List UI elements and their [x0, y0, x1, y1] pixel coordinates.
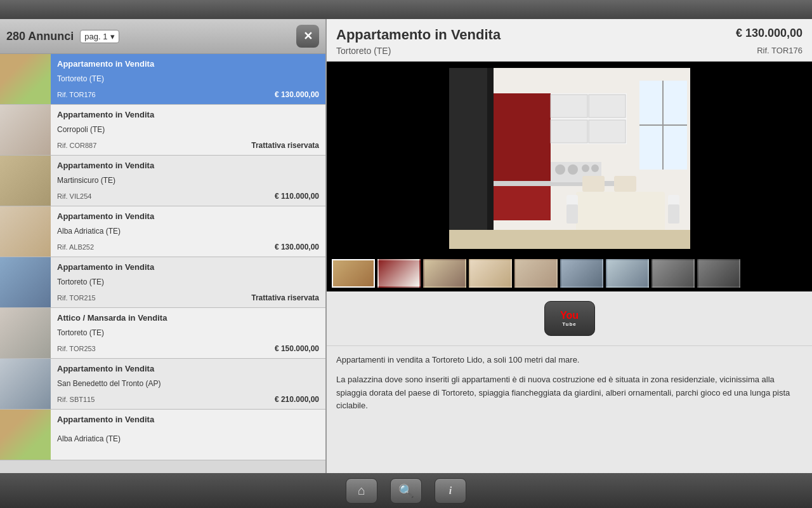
svg-rect-19 — [576, 192, 665, 236]
svg-point-13 — [568, 164, 578, 175]
listing-item[interactable]: Appartamento in Vendita Alba Adriatica (… — [0, 206, 325, 257]
listing-thumbnail — [0, 105, 51, 155]
close-button[interactable]: ✕ — [296, 25, 319, 48]
listing-bottom: Rif. TOR253 € 150.000,00 — [57, 344, 319, 353]
left-header: 280 Annunci pag. 1 ▾ ✕ — [0, 19, 325, 54]
listing-price: € 150.000,00 — [275, 344, 319, 353]
listing-info: Appartamento in Vendita Corropoli (TE) R… — [51, 105, 325, 155]
listing-location: Tortoreto (TE) — [57, 328, 319, 337]
listing-thumbnail — [0, 156, 51, 206]
listing-thumbnail — [0, 206, 51, 257]
listing-title: Appartamento in Vendita — [57, 364, 319, 373]
svg-rect-8 — [551, 120, 587, 143]
home-button[interactable]: ⌂ — [346, 478, 377, 504]
annunci-count: 280 Annunci — [6, 30, 74, 43]
gallery-thumb[interactable] — [606, 259, 649, 288]
listing-title: Appartamento in Vendita — [57, 59, 319, 69]
svg-rect-4 — [494, 182, 551, 220]
detail-subtitle-row: Tortoreto (TE) Rif. TOR176 — [336, 46, 802, 56]
listing-thumbnail — [0, 359, 51, 409]
listing-info: Appartamento in Vendita Alba Adriatica (… — [51, 410, 325, 460]
svg-point-15 — [591, 164, 599, 172]
youtube-icon: You Tube — [560, 310, 579, 327]
listing-title: Attico / Mansarda in Vendita — [57, 313, 319, 323]
page-selector[interactable]: pag. 1 ▾ — [80, 30, 119, 43]
gallery-thumb[interactable] — [377, 259, 421, 288]
listing-item[interactable]: Appartamento in Vendita San Benedetto de… — [0, 359, 325, 410]
listing-location: Alba Adriatica (TE) — [57, 434, 319, 443]
detail-title: Appartamento in Vendita — [336, 27, 501, 43]
youtube-section: You Tube — [327, 291, 812, 346]
svg-rect-21 — [566, 204, 578, 224]
listing-item[interactable]: Appartamento in Vendita Alba Adriatica (… — [0, 410, 325, 460]
gallery-thumbnails — [327, 255, 812, 291]
svg-rect-25 — [614, 176, 636, 192]
page-label: pag. 1 — [84, 32, 107, 41]
detail-location: Tortoreto (TE) — [336, 46, 391, 56]
listing-ref: Rif. TOR215 — [57, 294, 96, 302]
property-photo — [449, 68, 690, 249]
chevron-down-icon: ▾ — [110, 32, 115, 41]
listing-location: Martinsicuro (TE) — [57, 176, 319, 185]
svg-rect-7 — [589, 95, 625, 117]
listing-price: € 130.000,00 — [275, 90, 319, 99]
description-paragraph-2: La palazzina dove sono inseriti gli appa… — [336, 373, 802, 413]
listing-item[interactable]: Appartamento in Vendita Martinsicuro (TE… — [0, 156, 325, 206]
home-icon: ⌂ — [358, 483, 365, 498]
listing-info: Attico / Mansarda in Vendita Tortoreto (… — [51, 308, 325, 358]
listing-list: Appartamento in Vendita Tortoreto (TE) R… — [0, 54, 325, 473]
info-button[interactable]: i — [435, 478, 466, 504]
top-bar — [0, 0, 812, 19]
youtube-button[interactable]: You Tube — [544, 301, 595, 336]
svg-rect-6 — [551, 95, 587, 117]
gallery-main-image — [327, 62, 812, 255]
listing-location: San Benedetto del Tronto (AP) — [57, 379, 319, 388]
listing-info: Appartamento in Vendita Tortoreto (TE) R… — [51, 54, 325, 104]
listing-ref: Rif. SBT115 — [57, 396, 95, 403]
listing-location: Tortoreto (TE) — [57, 74, 319, 83]
listing-thumbnail — [0, 410, 51, 460]
svg-rect-28 — [449, 230, 690, 249]
listing-item[interactable]: Attico / Mansarda in Vendita Tortoreto (… — [0, 308, 325, 359]
svg-rect-3 — [494, 93, 551, 182]
detail-ref: Rif. TOR176 — [757, 46, 802, 56]
main-content: 280 Annunci pag. 1 ▾ ✕ Appartamento in V… — [0, 19, 812, 473]
listing-thumbnail — [0, 257, 51, 307]
listing-thumbnail — [0, 308, 51, 358]
listing-ref: Rif. VIL254 — [57, 192, 91, 200]
svg-point-12 — [555, 164, 565, 175]
listing-info: Appartamento in Vendita San Benedetto de… — [51, 359, 325, 409]
listing-item[interactable]: Appartamento in Vendita Tortoreto (TE) R… — [0, 54, 325, 105]
listing-item[interactable]: Appartamento in Vendita Corropoli (TE) R… — [0, 105, 325, 156]
listing-title: Appartamento in Vendita — [57, 110, 319, 119]
listing-bottom: Rif. COR887 Trattativa riservata — [57, 141, 319, 150]
gallery-thumb[interactable] — [652, 259, 695, 288]
listing-location: Tortoreto (TE) — [57, 277, 319, 286]
svg-rect-9 — [589, 120, 625, 143]
listing-location: Alba Adriatica (TE) — [57, 227, 319, 236]
search-button[interactable]: 🔍 — [390, 478, 422, 504]
listing-info: Appartamento in Vendita Alba Adriatica (… — [51, 206, 325, 257]
listing-info: Appartamento in Vendita Martinsicuro (TE… — [51, 156, 325, 206]
listing-item[interactable]: Appartamento in Vendita Tortoreto (TE) R… — [0, 257, 325, 308]
gallery-thumb[interactable] — [423, 259, 466, 288]
gallery-thumb[interactable] — [560, 259, 603, 288]
right-panel: Appartamento in Vendita € 130.000,00 Tor… — [327, 19, 812, 473]
listing-ref: Rif. ALB252 — [57, 243, 94, 251]
gallery-thumb[interactable] — [697, 259, 740, 288]
listing-title: Appartamento in Vendita — [57, 262, 319, 272]
gallery-thumb[interactable] — [469, 259, 512, 288]
listing-bottom: Rif. TOR176 € 130.000,00 — [57, 90, 319, 99]
listing-bottom: Rif. SBT115 € 210.000,00 — [57, 395, 319, 404]
svg-rect-2 — [487, 68, 494, 249]
detail-price: € 130.000,00 — [736, 27, 802, 40]
description-paragraph-1: Appartamenti in vendita a Tortoreto Lido… — [336, 354, 802, 367]
gallery-thumb[interactable] — [332, 259, 375, 288]
listing-location: Corropoli (TE) — [57, 125, 319, 134]
listing-ref: Rif. TOR253 — [57, 345, 96, 352]
gallery-thumb[interactable] — [514, 259, 558, 288]
svg-rect-23 — [668, 204, 679, 224]
listing-bottom: Rif. TOR215 Trattativa riservata — [57, 293, 319, 302]
listing-thumbnail — [0, 54, 51, 104]
listing-bottom: Rif. VIL254 € 110.000,00 — [57, 192, 319, 201]
